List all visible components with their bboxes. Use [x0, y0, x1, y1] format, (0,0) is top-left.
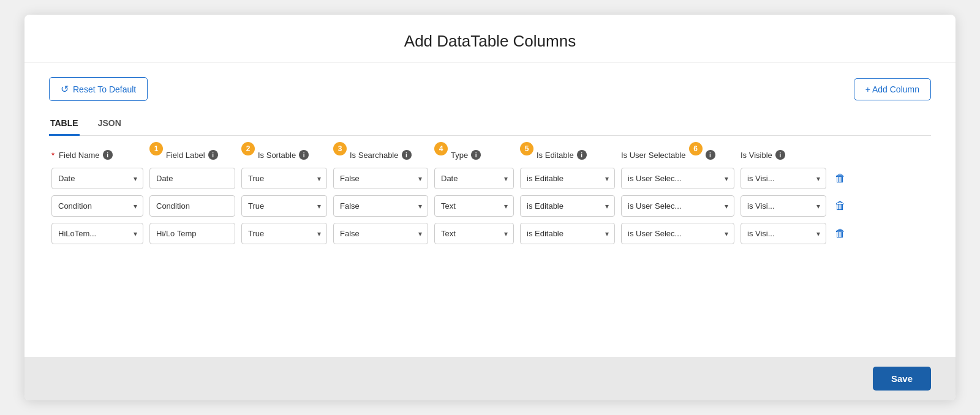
info-icon-field-name[interactable]: i	[103, 150, 113, 160]
delete-row3-button[interactable]: 🗑	[832, 225, 848, 242]
tab-json[interactable]: JSON	[97, 113, 123, 136]
field-label-field-row2[interactable]	[149, 195, 235, 217]
col-label-field-label: Field Label	[166, 151, 205, 160]
type-select-row1[interactable]: Date Text	[434, 168, 514, 189]
is-sortable-dropdown-row1[interactable]: True False	[241, 168, 327, 189]
field-label-input-row2[interactable]	[149, 195, 235, 217]
badge-4: 4	[434, 142, 448, 155]
user-selectable-dropdown-row2[interactable]: is User Selec...	[621, 195, 734, 217]
modal-title: Add DataTable Columns	[24, 15, 956, 62]
is-sortable-dropdown-row2[interactable]: True False	[241, 195, 327, 217]
field-name-select-row2[interactable]: Condition	[51, 195, 143, 217]
is-editable-dropdown-row1[interactable]: is Editable	[520, 168, 615, 189]
col-header-type: 4 Type i	[434, 148, 514, 162]
badge-5: 5	[520, 142, 533, 155]
is-sortable-select-row3[interactable]: True False	[241, 223, 327, 244]
badge-1: 1	[149, 142, 163, 155]
data-table: * Field Name i 1 Field Label i 2 Is Sort…	[49, 148, 931, 244]
type-select-row3[interactable]: Text Date	[434, 223, 514, 244]
user-selectable-select-row2[interactable]: is User Selec...	[621, 195, 734, 217]
modal-footer: Save	[24, 357, 956, 400]
trash-icon: 🗑	[835, 200, 846, 212]
type-dropdown-row2[interactable]: Text Date	[434, 195, 514, 217]
info-icon-is-searchable[interactable]: i	[402, 150, 412, 160]
col-label-is-sortable: Is Sortable	[258, 151, 296, 160]
info-icon-user-selectable[interactable]: i	[706, 150, 715, 160]
modal-container: Add DataTable Columns ↺ Reset To Default…	[24, 15, 956, 400]
col-label-is-searchable: Is Searchable	[350, 151, 399, 160]
col-header-user-selectable: Is User Selectable 6 i	[621, 148, 734, 162]
is-editable-select-row3[interactable]: is Editable	[520, 223, 615, 244]
field-name-select-row1[interactable]: Date	[51, 168, 143, 189]
modal-body: ↺ Reset To Default + Add Column TABLE JS…	[24, 62, 956, 345]
col-header-is-editable: 5 Is Editable i	[520, 148, 615, 162]
info-icon-type[interactable]: i	[471, 150, 481, 160]
col-label-is-editable: Is Editable	[537, 151, 574, 160]
type-dropdown-row1[interactable]: Date Text	[434, 168, 514, 189]
info-icon-is-editable[interactable]: i	[577, 150, 587, 160]
is-sortable-dropdown-row3[interactable]: True False	[241, 223, 327, 244]
col-header-is-searchable: 3 Is Searchable i	[333, 148, 428, 162]
is-visible-dropdown-row1[interactable]: is Visi...	[741, 168, 826, 189]
delete-row2-button[interactable]: 🗑	[832, 197, 848, 215]
type-dropdown-row3[interactable]: Text Date	[434, 223, 514, 244]
field-name-dropdown-row2[interactable]: Condition	[51, 195, 143, 217]
delete-row1-button[interactable]: 🗑	[832, 170, 848, 187]
is-editable-select-row1[interactable]: is Editable	[520, 168, 615, 189]
col-label-type: Type	[451, 151, 468, 160]
is-searchable-dropdown-row3[interactable]: False True	[333, 223, 428, 244]
field-name-dropdown-row1[interactable]: Date	[51, 168, 143, 189]
is-visible-dropdown-row3[interactable]: is Visi...	[741, 223, 826, 244]
user-selectable-dropdown-row3[interactable]: is User Selec...	[621, 223, 734, 244]
is-searchable-select-row3[interactable]: False True	[333, 223, 428, 244]
col-header-is-sortable: 2 Is Sortable i	[241, 148, 327, 162]
badge-3: 3	[333, 142, 347, 155]
reset-label: Reset To Default	[73, 84, 136, 94]
tab-bar: TABLE JSON	[49, 113, 931, 136]
is-visible-dropdown-row2[interactable]: is Visi...	[741, 195, 826, 217]
is-searchable-dropdown-row1[interactable]: False True	[333, 168, 428, 189]
is-sortable-select-row2[interactable]: True False	[241, 195, 327, 217]
is-visible-select-row3[interactable]: is Visi...	[741, 223, 826, 244]
reset-to-default-button[interactable]: ↺ Reset To Default	[49, 77, 148, 101]
info-icon-is-sortable[interactable]: i	[299, 150, 309, 160]
badge-2: 2	[241, 142, 255, 155]
save-button[interactable]: Save	[873, 367, 931, 391]
trash-icon: 🗑	[835, 172, 846, 185]
add-column-label: + Add Column	[865, 84, 919, 94]
field-label-field-row1[interactable]	[149, 168, 235, 189]
field-label-field-row3[interactable]	[149, 223, 235, 244]
is-searchable-dropdown-row2[interactable]: False True	[333, 195, 428, 217]
table-row: HiLoTem... True False False True	[49, 223, 931, 244]
is-searchable-select-row1[interactable]: False True	[333, 168, 428, 189]
field-label-input-row1[interactable]	[149, 168, 235, 189]
col-label-user-selectable: Is User Selectable	[621, 151, 686, 160]
col-header-field-label: 1 Field Label i	[149, 148, 235, 162]
is-editable-dropdown-row3[interactable]: is Editable	[520, 223, 615, 244]
add-column-button[interactable]: + Add Column	[854, 78, 931, 100]
col-label-field-name: Field Name	[59, 151, 99, 160]
col-label-is-visible: Is Visible	[741, 151, 772, 160]
reset-icon: ↺	[61, 83, 69, 95]
is-visible-select-row2[interactable]: is Visi...	[741, 195, 826, 217]
user-selectable-dropdown-row1[interactable]: is User Selec...	[621, 168, 734, 189]
user-selectable-select-row3[interactable]: is User Selec...	[621, 223, 734, 244]
is-visible-select-row1[interactable]: is Visi...	[741, 168, 826, 189]
badge-6: 6	[689, 142, 703, 155]
tab-table[interactable]: TABLE	[49, 113, 80, 136]
info-icon-field-label[interactable]: i	[208, 150, 218, 160]
table-row: Condition True False False True	[49, 195, 931, 217]
is-editable-select-row2[interactable]: is Editable	[520, 195, 615, 217]
is-sortable-select-row1[interactable]: True False	[241, 168, 327, 189]
type-select-row2[interactable]: Text Date	[434, 195, 514, 217]
field-label-input-row3[interactable]	[149, 223, 235, 244]
info-icon-is-visible[interactable]: i	[775, 150, 785, 160]
required-star: *	[51, 151, 55, 160]
toolbar: ↺ Reset To Default + Add Column	[49, 77, 931, 101]
is-searchable-select-row2[interactable]: False True	[333, 195, 428, 217]
is-editable-dropdown-row2[interactable]: is Editable	[520, 195, 615, 217]
trash-icon: 🗑	[835, 227, 846, 240]
field-name-select-row3[interactable]: HiLoTem...	[51, 223, 143, 244]
field-name-dropdown-row3[interactable]: HiLoTem...	[51, 223, 143, 244]
user-selectable-select-row1[interactable]: is User Selec...	[621, 168, 734, 189]
